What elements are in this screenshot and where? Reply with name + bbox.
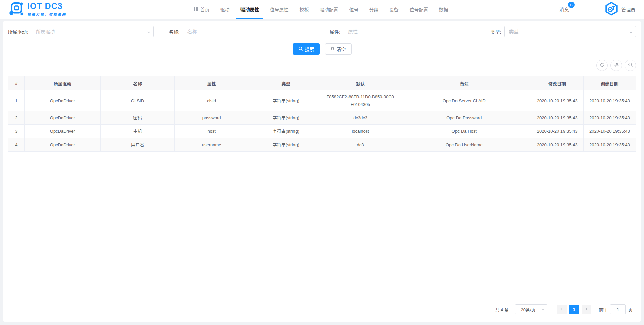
nav-item-label: 设备 (389, 6, 399, 13)
brand-logo-icon (9, 1, 24, 18)
nav-item-label: 首页 (200, 6, 210, 13)
nav-item-label: 模板 (300, 6, 309, 13)
pagination: 共 4 条 20条/页 1 前往 页 (495, 304, 633, 314)
user-menu[interactable]: 管理员 (604, 2, 635, 17)
page-number-button[interactable]: 1 (569, 305, 579, 314)
table-cell: 2020-10-20 19:35:43 (583, 90, 636, 111)
table-cell: clsId (174, 90, 249, 111)
column-settings-button[interactable] (610, 60, 622, 71)
main-nav: 首页 驱动 驱动属性 位号属性 模板 驱动配置 位号 分组 设备 位号配置 数据 (188, 0, 454, 19)
table-cell: 2020-10-20 19:35:43 (531, 138, 583, 152)
nav-item-template[interactable]: 模板 (294, 0, 314, 19)
table-cell: 主机 (101, 125, 175, 138)
goto-label: 前往 (599, 306, 607, 313)
table-cell: 字符串(string) (249, 138, 323, 152)
nav-item-label: 数据 (439, 6, 448, 13)
nav-item-point[interactable]: 位号 (344, 0, 364, 19)
filter-driver-select[interactable] (32, 26, 154, 37)
table-cell: OpcDaDriver (24, 125, 100, 138)
chevron-left-icon (559, 307, 564, 312)
prev-page-button[interactable] (557, 305, 567, 314)
column-header: 默认 (323, 76, 397, 90)
page-size-select[interactable]: 20条/页 (515, 304, 547, 314)
brand[interactable]: IOT DC3 物联万物，智控未来 (9, 0, 107, 19)
pagination-total: 共 4 条 (495, 306, 509, 313)
messages-count-badge: 12 (568, 2, 575, 8)
filter-type-select[interactable] (504, 26, 636, 37)
table-cell: CLSID (101, 90, 175, 111)
next-page-button[interactable] (582, 305, 591, 314)
table-cell: OpcDaDriver (24, 111, 100, 125)
table-cell: 2020-10-20 19:35:43 (583, 125, 636, 138)
filter-name-label: 名称: (169, 28, 183, 35)
search-icon (298, 46, 303, 52)
column-header: 创建日期 (583, 76, 636, 90)
sliders-icon (614, 62, 619, 69)
nav-item-data[interactable]: 数据 (434, 0, 454, 19)
filter-attribute: 属性: (330, 26, 475, 37)
messages-label: 消息 (559, 7, 569, 12)
clear-button[interactable]: 清空 (325, 43, 352, 55)
search-button[interactable]: 搜索 (293, 43, 320, 55)
column-header: 所属驱动 (24, 76, 100, 90)
table-cell: password (174, 111, 249, 125)
nav-item-device[interactable]: 设备 (384, 0, 404, 19)
nav-item-label: 位号属性 (270, 6, 289, 13)
table-cell: 2020-10-20 19:35:43 (531, 125, 583, 138)
table-cell: 1 (8, 90, 25, 111)
table-toolbar (8, 60, 636, 71)
filter-type: 类型: (491, 26, 636, 37)
table-search-button[interactable] (625, 60, 636, 71)
user-avatar-icon (604, 2, 619, 17)
messages-link[interactable]: 消息 12 (559, 6, 569, 13)
page-unit-label: 页 (628, 306, 633, 313)
refresh-button[interactable] (596, 60, 608, 71)
driver-attributes-table: # 所属驱动 名称 属性 类型 默认 备注 修改日期 创建日期 1 OpcDaD… (8, 76, 636, 152)
table-cell: Opc Da Server CLAID (397, 90, 531, 111)
table-cell: OpcDaDriver (24, 138, 100, 152)
table-cell: 2020-10-20 19:35:43 (583, 138, 636, 152)
table-row: 2 OpcDaDriver 密码 password 字符串(string) dc… (8, 111, 636, 125)
table-cell: Opc Da Passward (397, 111, 531, 125)
filter-name: 名称: (169, 26, 315, 37)
nav-item-point-attribute[interactable]: 位号属性 (265, 0, 294, 19)
table-cell: F8582CF2-88FB-11D0-B850-00C0F0104305 (323, 90, 397, 111)
content-card: 所属驱动: 名称: 属性: 类型: (3, 21, 641, 322)
table-cell: 3 (8, 125, 25, 138)
table-cell: 字符串(string) (249, 111, 323, 125)
brand-tagline: 物联万物，智控未来 (27, 12, 66, 17)
column-header: # (8, 76, 25, 90)
chevron-down-icon (541, 308, 545, 313)
table-cell: Opc Da UserName (397, 138, 531, 152)
filter-driver: 所属驱动: (8, 26, 154, 37)
nav-item-driver-config[interactable]: 驱动配置 (314, 0, 344, 19)
table-row: 1 OpcDaDriver CLSID clsId 字符串(string) F8… (8, 90, 636, 111)
column-header: 类型 (249, 76, 323, 90)
column-header: 修改日期 (531, 76, 583, 90)
column-header: 名称 (101, 76, 175, 90)
filter-name-input[interactable] (183, 26, 314, 37)
nav-item-home[interactable]: 首页 (188, 0, 215, 19)
nav-item-group[interactable]: 分组 (364, 0, 384, 19)
filter-attribute-label: 属性: (330, 28, 344, 35)
nav-item-driver-attribute[interactable]: 驱动属性 (235, 0, 265, 19)
nav-item-point-config[interactable]: 位号配置 (404, 0, 434, 19)
table-cell: dc3dc3 (323, 111, 397, 125)
grid-icon (193, 7, 198, 12)
goto-page-input[interactable] (610, 304, 626, 314)
nav-item-driver[interactable]: 驱动 (215, 0, 235, 19)
chevron-right-icon (584, 307, 588, 312)
filter-attribute-input[interactable] (344, 26, 475, 37)
filter-driver-label: 所属驱动: (8, 28, 32, 35)
table-cell: 字符串(string) (249, 90, 323, 111)
user-name: 管理员 (621, 6, 635, 13)
filter-type-label: 类型: (491, 28, 505, 35)
filter-bar: 所属驱动: 名称: 属性: 类型: (8, 26, 636, 37)
table-cell: OpcDaDriver (24, 90, 100, 111)
table-cell: 4 (8, 138, 25, 152)
filter-actions: 搜索 清空 (8, 43, 636, 55)
table-cell: 字符串(string) (249, 125, 323, 138)
nav-item-label: 分组 (369, 6, 379, 13)
table-cell: 密码 (101, 111, 175, 125)
column-header: 属性 (174, 76, 249, 90)
